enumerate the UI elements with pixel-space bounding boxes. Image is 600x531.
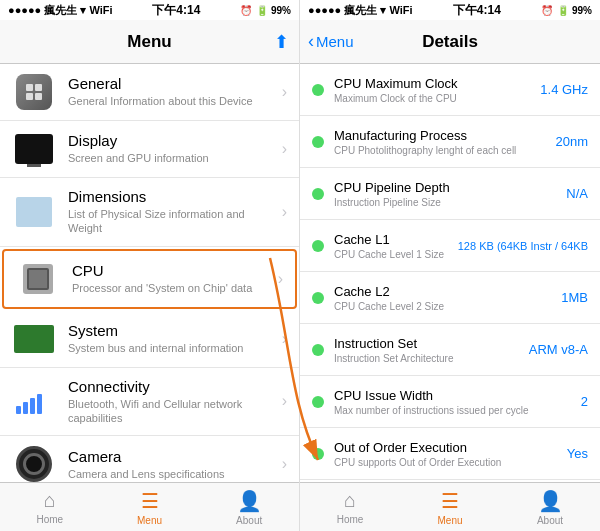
- dimensions-subtitle: List of Physical Size information and We…: [68, 207, 278, 236]
- svg-rect-0: [26, 84, 33, 91]
- detail-cpu-max-clock[interactable]: CPU Maximum Clock Maximum Clock of the C…: [300, 64, 600, 116]
- right-status-bar: ●●●●● 瘋先生 ▾ WiFi 下午4:14 ⏰ 🔋 99%: [300, 0, 600, 20]
- right-menu-label: Menu: [437, 515, 462, 526]
- general-icon: [12, 74, 56, 110]
- mfg-subtitle: CPU Photolithography lenght of each cell: [334, 145, 547, 156]
- pipeline-subtitle: Instruction Pipeline Size: [334, 197, 558, 208]
- mfg-value: 20nm: [555, 134, 588, 149]
- pipeline-value: N/A: [566, 186, 588, 201]
- menu-label: Menu: [137, 515, 162, 526]
- camera-title: Camera: [68, 448, 278, 465]
- menu-item-general[interactable]: General General Information about this D…: [0, 64, 299, 121]
- l2-text: Cache L2 CPU Cache Level 2 Size: [334, 284, 553, 312]
- l2-value: 1MB: [561, 290, 588, 305]
- back-button[interactable]: ‹ Menu: [308, 31, 354, 52]
- l1-title: Cache L1: [334, 232, 450, 247]
- display-chevron: ›: [282, 140, 287, 158]
- iw-text: CPU Issue Width Max number of instructio…: [334, 388, 573, 416]
- iw-value: 2: [581, 394, 588, 409]
- right-carrier: ●●●●● 瘋先生 ▾ WiFi: [308, 3, 413, 18]
- right-nav-bar: ‹ Menu Details: [300, 20, 600, 64]
- connectivity-subtitle: Bluetooth, Wifi and Cellular network cap…: [68, 397, 278, 426]
- system-text: System System bus and internal informati…: [68, 322, 278, 355]
- detail-out-of-order[interactable]: Out of Order Execution CPU supports Out …: [300, 428, 600, 480]
- camera-subtitle: Camera and Lens specifications: [68, 467, 278, 481]
- left-tab-home[interactable]: ⌂ Home: [0, 483, 100, 531]
- left-time: 下午4:14: [152, 2, 200, 19]
- detail-cache-l2[interactable]: Cache L2 CPU Cache Level 2 Size 1MB: [300, 272, 600, 324]
- detail-issue-width[interactable]: CPU Issue Width Max number of instructio…: [300, 376, 600, 428]
- right-about-icon: 👤: [538, 489, 563, 513]
- mfg-text: Manufacturing Process CPU Photolithograp…: [334, 128, 547, 156]
- left-tab-about[interactable]: 👤 About: [199, 483, 299, 531]
- alarm-icon: ⏰: [240, 5, 252, 16]
- dimensions-chevron: ›: [282, 203, 287, 221]
- general-subtitle: General Information about this Device: [68, 94, 278, 108]
- right-tab-menu[interactable]: ☰ Menu: [400, 483, 500, 531]
- status-dot-cpu-max: [312, 84, 324, 96]
- menu-item-dimensions[interactable]: Dimensions List of Physical Size informa…: [0, 178, 299, 247]
- dimensions-text: Dimensions List of Physical Size informa…: [68, 188, 278, 236]
- right-time: 下午4:14: [453, 2, 501, 19]
- right-battery-area: ⏰ 🔋 99%: [541, 5, 592, 16]
- menu-item-system[interactable]: System System bus and internal informati…: [0, 311, 299, 368]
- back-chevron-icon: ‹: [308, 31, 314, 52]
- display-subtitle: Screen and GPU information: [68, 151, 278, 165]
- pipeline-title: CPU Pipeline Depth: [334, 180, 558, 195]
- ooe-text: Out of Order Execution CPU supports Out …: [334, 440, 559, 468]
- left-status-bar: ●●●●● 瘋先生 ▾ WiFi 下午4:14 ⏰ 🔋 99%: [0, 0, 299, 20]
- display-text: Display Screen and GPU information: [68, 132, 278, 165]
- about-icon: 👤: [237, 489, 262, 513]
- share-button[interactable]: ⬆: [274, 31, 289, 53]
- status-dot-is: [312, 344, 324, 356]
- menu-item-cpu[interactable]: CPU Processor and 'System on Chip' data …: [2, 249, 297, 309]
- general-text: General General Information about this D…: [68, 75, 278, 108]
- right-tab-about[interactable]: 👤 About: [500, 483, 600, 531]
- menu-icon: ☰: [141, 489, 159, 513]
- connectivity-text: Connectivity Bluetooth, Wifi and Cellula…: [68, 378, 278, 426]
- cpu-max-text: CPU Maximum Clock Maximum Clock of the C…: [334, 76, 532, 104]
- is-subtitle: Instruction Set Architecture: [334, 353, 521, 364]
- left-nav-title: Menu: [127, 32, 171, 52]
- l2-title: Cache L2: [334, 284, 553, 299]
- svg-rect-2: [26, 93, 33, 100]
- right-detail-list: CPU Maximum Clock Maximum Clock of the C…: [300, 64, 600, 482]
- left-tab-bar: ⌂ Home ☰ Menu 👤 About: [0, 482, 299, 531]
- left-battery-area: ⏰ 🔋 99%: [240, 5, 291, 16]
- battery-icon: 🔋 99%: [256, 5, 291, 16]
- cpu-chevron: ›: [278, 270, 283, 288]
- right-tab-home[interactable]: ⌂ Home: [300, 483, 400, 531]
- detail-instruction-set[interactable]: Instruction Set Instruction Set Architec…: [300, 324, 600, 376]
- left-panel: ●●●●● 瘋先生 ▾ WiFi 下午4:14 ⏰ 🔋 99% Menu ⬆: [0, 0, 300, 531]
- left-carrier: ●●●●● 瘋先生 ▾ WiFi: [8, 3, 113, 18]
- iw-title: CPU Issue Width: [334, 388, 573, 403]
- ooe-title: Out of Order Execution: [334, 440, 559, 455]
- ooe-value: Yes: [567, 446, 588, 461]
- right-alarm-icon: ⏰: [541, 5, 553, 16]
- back-label: Menu: [316, 33, 354, 50]
- left-tab-menu[interactable]: ☰ Menu: [100, 483, 200, 531]
- connectivity-title: Connectivity: [68, 378, 278, 395]
- detail-cache-l1[interactable]: Cache L1 CPU Cache Level 1 Size 128 KB (…: [300, 220, 600, 272]
- svg-rect-1: [35, 84, 42, 91]
- l2-subtitle: CPU Cache Level 2 Size: [334, 301, 553, 312]
- detail-pipeline[interactable]: CPU Pipeline Depth Instruction Pipeline …: [300, 168, 600, 220]
- menu-item-connectivity[interactable]: Connectivity Bluetooth, Wifi and Cellula…: [0, 368, 299, 437]
- home-label: Home: [36, 514, 63, 525]
- is-value: ARM v8-A: [529, 342, 588, 357]
- menu-item-camera[interactable]: Camera Camera and Lens specifications ›: [0, 436, 299, 482]
- detail-manufacturing[interactable]: Manufacturing Process CPU Photolithograp…: [300, 116, 600, 168]
- is-title: Instruction Set: [334, 336, 521, 351]
- right-home-icon: ⌂: [344, 489, 356, 512]
- pipeline-text: CPU Pipeline Depth Instruction Pipeline …: [334, 180, 558, 208]
- system-subtitle: System bus and internal information: [68, 341, 278, 355]
- right-panel: ●●●●● 瘋先生 ▾ WiFi 下午4:14 ⏰ 🔋 99% ‹ Menu D…: [300, 0, 600, 531]
- is-text: Instruction Set Instruction Set Architec…: [334, 336, 521, 364]
- camera-icon: [12, 446, 56, 482]
- status-dot-pipeline: [312, 188, 324, 200]
- system-icon: [12, 321, 56, 357]
- camera-chevron: ›: [282, 455, 287, 473]
- menu-item-display[interactable]: Display Screen and GPU information ›: [0, 121, 299, 178]
- display-title: Display: [68, 132, 278, 149]
- ooe-subtitle: CPU supports Out of Order Execution: [334, 457, 559, 468]
